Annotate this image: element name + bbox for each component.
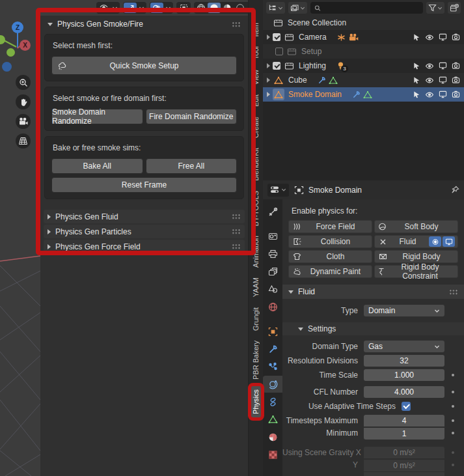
disable-viewport-icon[interactable] [439,76,447,84]
tab-edit[interactable]: Edit [251,91,261,110]
tab-tool-properties[interactable] [263,203,282,220]
animate-dot[interactable] [452,451,454,454]
checkbox-unchecked[interactable] [275,48,283,55]
tab-pbr-bakery[interactable]: PBR Bakery [251,337,261,383]
overlays-dropdown[interactable] [163,3,172,13]
animate-dot[interactable] [452,464,454,466]
tab-tool[interactable]: Tool [251,43,261,63]
animate-dot[interactable] [452,405,454,408]
expander-icon[interactable] [267,63,270,68]
shading-rendered[interactable] [234,3,247,13]
zoom-button[interactable] [16,75,31,90]
free-all-button[interactable]: Free All [146,158,238,174]
selectable-icon[interactable] [413,76,420,84]
expander-icon[interactable] [267,92,270,97]
soft-body-button[interactable]: Soft Body [374,220,458,233]
rigid-body-constraint-button[interactable]: Rigid Body Constraint [374,265,458,278]
tab-particles-properties[interactable] [263,358,282,375]
outliner-row-cube[interactable]: Cube [263,73,464,87]
expander-icon[interactable] [267,35,270,40]
tab-viewlayer-properties[interactable] [263,263,282,280]
show-gizmos-toggle[interactable] [124,3,137,13]
fluid-panel-header[interactable]: Fluid [282,285,464,299]
fluid-render-toggle[interactable] [429,236,441,247]
tab-view[interactable]: View [251,66,261,89]
camera-view-button[interactable] [16,114,31,129]
time-scale-field[interactable]: 1.000 [364,369,444,381]
display-mode-dropdown[interactable] [266,2,285,14]
disable-render-icon[interactable] [452,91,460,98]
smoke-domain-randomize-button[interactable]: Smoke Domain Randomize [51,109,143,124]
outliner-row-smoke-domain[interactable]: Smoke Domain [263,87,464,102]
quick-smoke-setup-button[interactable]: Quick Smoke Setup [51,56,237,75]
bake-all-button[interactable]: Bake All [51,158,143,174]
fire-domain-randomize-button[interactable]: Fire Domain Randomize [146,109,238,124]
panel-header-fluid-gen[interactable]: Physics Gen Fluid [44,210,245,223]
editor-type-dropdown[interactable] [267,184,289,197]
animate-dot[interactable] [452,432,454,434]
visibility-toggle[interactable] [97,3,110,13]
visibility-dropdown[interactable] [110,3,119,13]
gravity-y-field[interactable]: 0 m/s² [364,460,444,471]
selectable-icon[interactable] [413,91,420,98]
tab-blenderkit[interactable]: BlenderKit [251,145,261,184]
pin-icon[interactable] [451,186,459,194]
panel-drag-dots-icon[interactable] [449,289,458,295]
selectable-icon[interactable] [413,33,420,41]
gizmo-x-ball[interactable]: X [20,40,31,51]
adaptive-steps-checkbox[interactable] [402,402,411,411]
gravity-z-field[interactable] [364,472,444,476]
hide-viewport-icon[interactable] [425,77,434,84]
fluid-type-dropdown[interactable]: Domain [364,305,444,316]
collision-button[interactable]: Collision [288,235,372,248]
gravity-x-field[interactable]: 0 m/s² [364,447,444,458]
tab-output-properties[interactable] [263,245,282,262]
disable-render-icon[interactable] [452,62,460,70]
disable-viewport-icon[interactable] [439,62,447,70]
animate-dot[interactable] [452,391,454,393]
filter-dropdown[interactable] [426,2,444,14]
tab-item[interactable]: Item [251,20,261,40]
shading-wireframe[interactable] [195,3,208,13]
outliner-row-scene-collection[interactable]: Scene Collection [263,16,464,30]
tab-animation[interactable]: Animation [251,232,261,271]
hide-viewport-icon[interactable] [425,63,434,70]
panel-header-particles-gen[interactable]: Physics Gen Particles [44,225,245,238]
pan-button[interactable] [16,94,31,109]
tab-object-properties[interactable] [263,323,282,340]
panel-drag-dots-icon[interactable] [232,21,241,27]
dynamic-paint-button[interactable]: Dynamic Paint [288,265,372,278]
tab-create[interactable]: Create [251,113,261,141]
tab-physics[interactable]: Physics [251,386,261,417]
timesteps-max-field[interactable]: 4 [364,415,444,427]
gizmo-z-neg-ball[interactable] [2,62,12,72]
cfl-field[interactable]: 4.000 [364,386,444,398]
gizmo-z-ball[interactable]: Z [12,21,23,33]
disable-render-icon[interactable] [452,76,460,84]
disable-render-icon[interactable] [452,33,460,41]
outliner-search[interactable] [310,2,423,14]
panel-drag-dots-icon[interactable] [232,229,241,234]
hide-viewport-icon[interactable] [425,34,434,41]
tab-grungit[interactable]: Grungit [251,304,261,334]
tab-render-properties[interactable] [263,228,282,245]
domain-type-dropdown[interactable]: Gas [364,341,444,352]
timesteps-min-field[interactable]: 1 [364,428,444,440]
id-filter-dropdown[interactable] [288,2,307,14]
tab-texture-properties[interactable] [263,446,282,463]
tab-constraints-properties[interactable] [263,393,282,410]
xray-toggle[interactable] [177,3,190,13]
tab-physics-properties[interactable] [263,376,282,393]
panel-header-smoke-fire[interactable]: Physics Gen Smoke/Fire [44,17,245,31]
force-field-button[interactable]: Force Field [288,220,372,233]
outliner-row-setup[interactable]: Setup [263,44,464,59]
viewport-3d[interactable]: Z X [0,0,263,476]
panel-header-forcefield-gen[interactable]: Physics Gen Force Field [44,240,245,253]
tab-modifier-properties[interactable] [263,341,282,357]
show-overlays-toggle[interactable] [150,3,163,13]
rigid-body-button[interactable]: Rigid Body [374,250,458,263]
tab-scene-properties[interactable] [263,281,282,298]
panel-drag-dots-icon[interactable] [232,214,241,219]
checkbox-checked[interactable] [273,33,280,41]
gizmo-y-ball[interactable] [7,48,15,57]
